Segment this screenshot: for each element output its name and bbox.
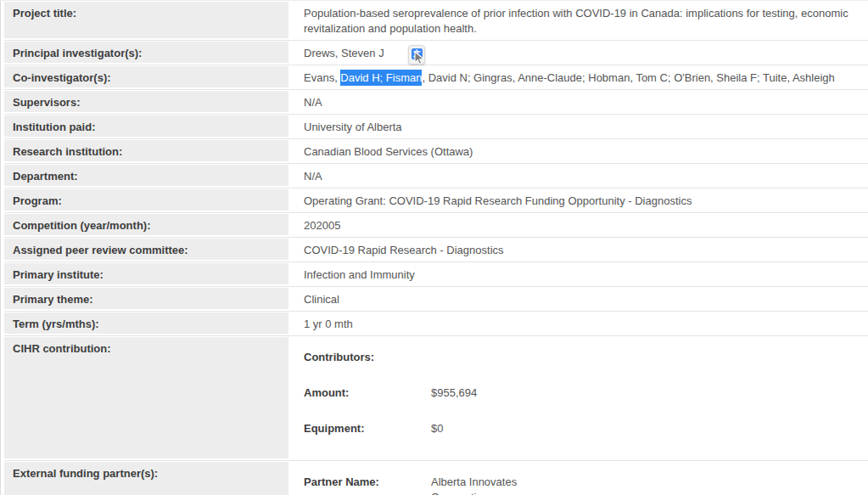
table-row: Assigned peer review committee: COVID-19… — [4, 238, 868, 262]
row-value: Infection and Immunity — [288, 262, 868, 286]
nested-row-value: Alberta Innovates Corporation — [431, 475, 558, 495]
table-row: Principal investigator(s): Drews, Steven… — [4, 41, 868, 65]
row-value: Operating Grant: COVID-19 Rapid Research… — [288, 188, 868, 212]
nested-rows: Contributors: Amount: $955,694 Equipment… — [304, 341, 851, 457]
row-value: 202005 — [288, 213, 868, 237]
table-row: Co-investigator(s): Evans, David H; Fism… — [4, 65, 868, 90]
nested-row-value: $955,694 — [431, 385, 558, 421]
row-label: Assigned peer review committee: — [4, 238, 288, 262]
table-row: CIHR contribution: Contributors: Amount:… — [4, 336, 868, 461]
translate-button[interactable]: 文 — [408, 45, 425, 65]
row-label: Primary institute: — [4, 262, 288, 286]
row-value: Population-based seroprevalence of prior… — [288, 1, 868, 40]
table-row: Term (yrs/mths): 1 yr 0 mth — [4, 312, 868, 336]
google-translate-icon: 文 — [412, 48, 423, 59]
row-value: Evans, David H; Fisman, David N; Gingras… — [288, 65, 868, 89]
nested-row-value — [431, 350, 558, 385]
row-value: Contributors: Amount: $955,694 Equipment… — [288, 336, 868, 460]
row-label: Supervisors: — [4, 90, 288, 114]
nested-row: Contributors: — [304, 350, 851, 385]
table-row: Project title: Population-based seroprev… — [4, 1, 868, 41]
row-label: Project title: — [4, 1, 288, 40]
row-label: Program: — [4, 188, 288, 212]
translate-glyph: 文 — [413, 49, 421, 58]
row-label: Principal investigator(s): — [4, 41, 288, 65]
row-value: 1 yr 0 mth — [288, 312, 868, 335]
nested-row-label: Amount: — [304, 385, 431, 421]
nested-row: Partner Name: Alberta Innovates Corporat… — [304, 475, 851, 495]
table-row: Program: Operating Grant: COVID-19 Rapid… — [4, 188, 868, 213]
value-text: , David N; Gingras, Anne-Claude; Hobman,… — [422, 71, 834, 84]
nested-row-label: Contributors: — [304, 350, 431, 385]
nested-row: Equipment: $0 — [304, 421, 851, 457]
row-value: Clinical — [288, 287, 868, 311]
row-value: Partner Name: Alberta Innovates Corporat… — [288, 461, 868, 495]
selected-text: David H; Fisman — [340, 70, 422, 86]
row-value: Drews, Steven J — [288, 41, 868, 65]
row-value: COVID-19 Rapid Research - Diagnostics — [288, 238, 868, 262]
nested-row-value: $0 — [431, 421, 558, 457]
nested-row: Amount: $955,694 — [304, 385, 851, 421]
row-value: University of Alberta — [288, 115, 868, 138]
row-label: Department: — [4, 164, 288, 188]
row-label: External funding partner(s): — [4, 461, 288, 495]
table-row: Primary theme: Clinical — [4, 287, 868, 312]
table-row: External funding partner(s): Partner Nam… — [4, 461, 868, 495]
table-row: Competition (year/month): 202005 — [4, 213, 868, 238]
nested-row-label: Partner Name: — [304, 475, 431, 495]
row-value: Canadian Blood Services (Ottawa) — [288, 139, 868, 163]
grant-detail-page: Project title: Population-based seroprev… — [0, 0, 868, 495]
table-row: Department: N/A — [4, 164, 868, 188]
row-label: CIHR contribution: — [4, 336, 288, 460]
row-label: Institution paid: — [4, 115, 288, 138]
row-label: Research institution: — [4, 139, 288, 163]
row-label: Primary theme: — [4, 287, 288, 311]
table-row: Institution paid: University of Alberta — [4, 115, 868, 139]
row-value: N/A — [288, 164, 868, 188]
row-value: N/A — [288, 90, 868, 114]
row-label: Co-investigator(s): — [4, 65, 288, 89]
nested-rows: Partner Name: Alberta Innovates Corporat… — [304, 466, 851, 495]
nested-row-label: Equipment: — [304, 421, 431, 457]
table-row: Supervisors: N/A — [4, 90, 868, 115]
grant-details-table: Project title: Population-based seroprev… — [0, 1, 868, 495]
row-label: Competition (year/month): — [4, 213, 288, 237]
row-label: Term (yrs/mths): — [4, 312, 288, 335]
table-row: Primary institute: Infection and Immunit… — [4, 262, 868, 287]
table-row: Research institution: Canadian Blood Ser… — [4, 139, 868, 164]
value-text: Evans, — [304, 71, 340, 84]
